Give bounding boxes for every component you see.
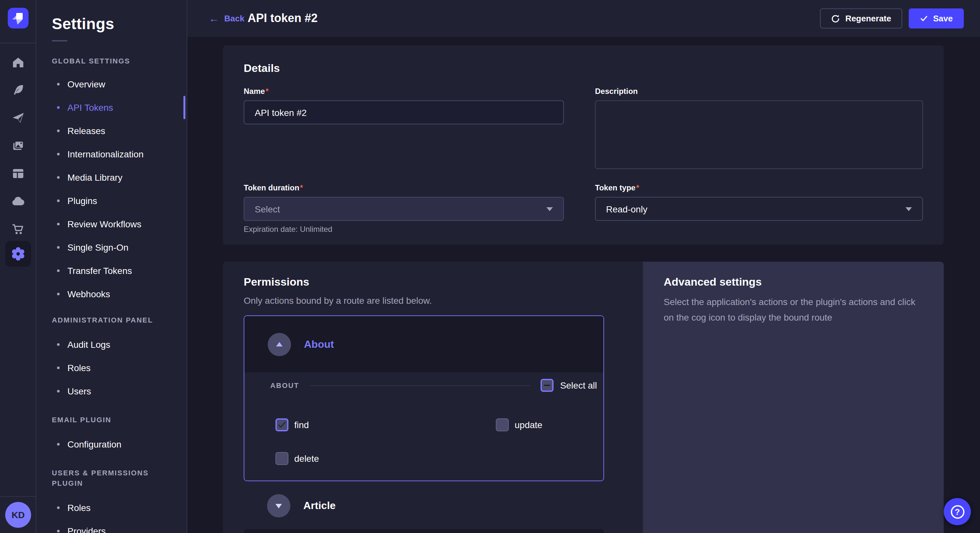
required-asterisk: * bbox=[636, 183, 639, 192]
required-asterisk: * bbox=[266, 87, 268, 96]
sidebar-item-email-configuration[interactable]: Configuration bbox=[52, 433, 171, 456]
bullet-icon bbox=[57, 530, 60, 532]
gear-icon bbox=[10, 246, 26, 262]
permissions-subtitle: Only actions bound by a route are listed… bbox=[244, 294, 622, 307]
help-button[interactable]: ? bbox=[944, 498, 971, 525]
next-accordion-edge bbox=[244, 529, 604, 533]
sidebar-item-admin-roles[interactable]: Roles bbox=[52, 356, 171, 379]
sidebar-item-review-workflows[interactable]: Review Workflows bbox=[52, 213, 171, 236]
regenerate-button[interactable]: Regenerate bbox=[820, 8, 902, 29]
section-administration-panel: ADMINISTRATION PANEL bbox=[52, 315, 171, 325]
media-library-icon[interactable] bbox=[10, 138, 26, 154]
feather-icon[interactable] bbox=[10, 82, 26, 98]
about-accordion: About ABOUT Select all bbox=[244, 316, 604, 481]
sidebar-item-transfer-tokens[interactable]: Transfer Tokens bbox=[52, 259, 171, 282]
name-label: Name* bbox=[244, 87, 564, 96]
update-checkbox[interactable] bbox=[496, 418, 509, 431]
bullet-icon bbox=[57, 106, 60, 109]
bullet-icon bbox=[57, 343, 60, 346]
divider bbox=[310, 385, 530, 385]
triangle-down-icon bbox=[275, 503, 282, 508]
bullet-icon bbox=[57, 176, 60, 179]
delete-checkbox[interactable] bbox=[275, 452, 288, 465]
sidebar-item-audit-logs[interactable]: Audit Logs bbox=[52, 333, 171, 356]
permissions-card: Permissions Only actions bound by a rout… bbox=[223, 262, 944, 533]
bullet-icon bbox=[57, 270, 60, 272]
details-title: Details bbox=[244, 62, 923, 75]
page-title: API token #2 bbox=[248, 0, 318, 37]
details-card: Details Name* Description Token duration… bbox=[223, 45, 944, 245]
strapi-logo[interactable] bbox=[8, 8, 29, 29]
bullet-icon bbox=[57, 293, 60, 295]
article-accordion-header[interactable]: Article bbox=[244, 482, 622, 529]
token-type-select[interactable]: Read-only bbox=[595, 197, 923, 221]
section-global-settings: GLOBAL SETTINGS bbox=[52, 56, 171, 66]
advanced-settings-title: Advanced settings bbox=[664, 276, 923, 289]
back-link[interactable]: ← Back bbox=[209, 0, 244, 37]
check-icon bbox=[920, 14, 928, 23]
collapse-toggle-button[interactable] bbox=[268, 333, 291, 356]
token-type-label: Token type* bbox=[595, 183, 923, 192]
bullet-icon bbox=[57, 246, 60, 249]
strapi-logo-glyph bbox=[8, 8, 29, 29]
divider bbox=[0, 496, 36, 497]
name-field[interactable] bbox=[244, 100, 564, 124]
cart-icon[interactable] bbox=[10, 222, 26, 237]
chevron-down-icon bbox=[905, 207, 912, 211]
sidebar-item-settings-active[interactable] bbox=[5, 241, 31, 267]
about-accordion-header[interactable]: About bbox=[244, 316, 603, 373]
active-indicator bbox=[183, 96, 185, 119]
article-accordion-label: Article bbox=[303, 500, 336, 512]
sidebar-item-up-providers[interactable]: Providers bbox=[52, 519, 171, 533]
triangle-up-icon bbox=[276, 342, 283, 346]
sidebar-item-internationalization[interactable]: Internationalization bbox=[52, 143, 171, 166]
find-checkbox[interactable] bbox=[275, 418, 288, 431]
expiration-hint: Expiration date: Unlimited bbox=[244, 225, 564, 234]
divider bbox=[0, 43, 36, 43]
bullet-icon bbox=[57, 390, 60, 392]
required-asterisk: * bbox=[300, 183, 303, 192]
section-users-permissions-plugin: USERS & PERMISSIONS PLUGIN bbox=[52, 468, 171, 488]
settings-subnav: Settings GLOBAL SETTINGS Overview API To… bbox=[36, 0, 187, 533]
action-update: update bbox=[496, 412, 603, 438]
back-arrow-icon: ← bbox=[209, 13, 219, 24]
home-icon[interactable] bbox=[10, 54, 26, 70]
bullet-icon bbox=[57, 506, 60, 509]
sidebar-item-plugins[interactable]: Plugins bbox=[52, 189, 171, 213]
save-button[interactable]: Save bbox=[908, 8, 964, 29]
description-field[interactable] bbox=[595, 100, 923, 169]
settings-title: Settings bbox=[52, 14, 171, 34]
bullet-icon bbox=[57, 200, 60, 202]
sidebar-item-up-roles[interactable]: Roles bbox=[52, 496, 171, 519]
sidebar-item-single-sign-on[interactable]: Single Sign-On bbox=[52, 236, 171, 259]
description-label: Description bbox=[595, 87, 923, 96]
avatar[interactable]: KD bbox=[5, 502, 31, 528]
app-window: KD Settings GLOBAL SETTINGS Overview API… bbox=[0, 0, 980, 533]
action-find: find bbox=[275, 412, 496, 438]
paper-plane-icon[interactable] bbox=[10, 110, 26, 125]
token-duration-select[interactable]: Select bbox=[244, 197, 564, 221]
sidebar-item-webhooks[interactable]: Webhooks bbox=[52, 282, 171, 306]
select-all-label: Select all bbox=[560, 380, 597, 390]
permissions-panel: Permissions Only actions bound by a rout… bbox=[223, 262, 643, 533]
refresh-icon bbox=[831, 14, 840, 23]
select-all-checkbox[interactable] bbox=[541, 379, 554, 392]
expand-toggle-button[interactable] bbox=[267, 494, 290, 517]
cloud-icon[interactable] bbox=[10, 194, 26, 209]
sidebar-item-api-tokens[interactable]: API Tokens bbox=[52, 96, 171, 119]
token-duration-label: Token duration* bbox=[244, 183, 564, 192]
bullet-icon bbox=[57, 223, 60, 225]
permissions-title: Permissions bbox=[244, 276, 622, 289]
sidebar-item-media-library[interactable]: Media Library bbox=[52, 166, 171, 189]
indeterminate-dash-icon bbox=[544, 385, 550, 386]
about-accordion-label: About bbox=[304, 338, 334, 350]
chevron-down-icon bbox=[546, 207, 553, 211]
sidebar-item-overview[interactable]: Overview bbox=[52, 73, 171, 96]
sidebar-item-admin-users[interactable]: Users bbox=[52, 379, 171, 403]
sidebar-item-releases[interactable]: Releases bbox=[52, 119, 171, 143]
bullet-icon bbox=[57, 366, 60, 369]
layout-icon[interactable] bbox=[10, 166, 26, 181]
check-icon bbox=[277, 420, 286, 429]
advanced-settings-description: Select the application's actions or the … bbox=[664, 294, 923, 325]
page-header: ← Back API token #2 Regenerate Save bbox=[187, 0, 980, 37]
